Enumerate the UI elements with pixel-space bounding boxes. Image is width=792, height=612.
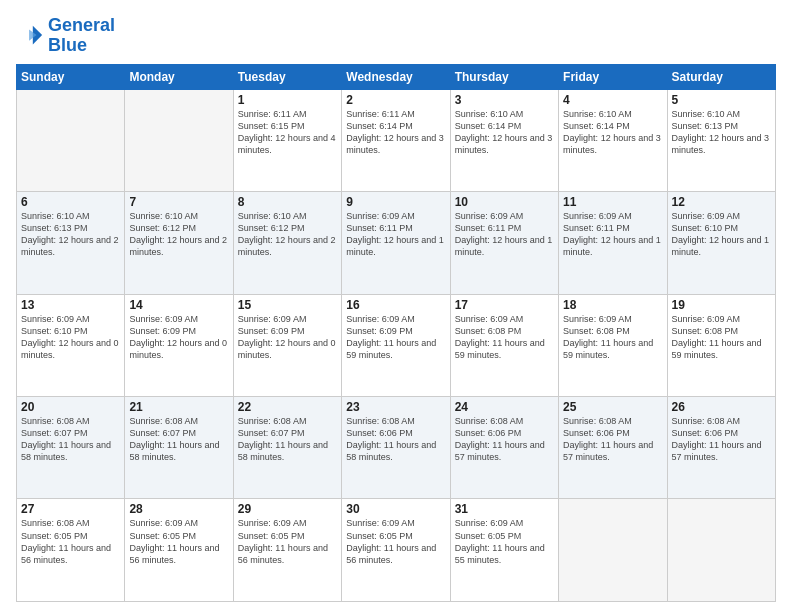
day-info: Sunrise: 6:08 AM Sunset: 6:07 PM Dayligh… xyxy=(238,415,337,464)
calendar-cell: 15Sunrise: 6:09 AM Sunset: 6:09 PM Dayli… xyxy=(233,294,341,396)
weekday-header-sunday: Sunday xyxy=(17,64,125,89)
day-info: Sunrise: 6:09 AM Sunset: 6:05 PM Dayligh… xyxy=(455,517,554,566)
day-number: 15 xyxy=(238,298,337,312)
day-number: 14 xyxy=(129,298,228,312)
weekday-header-friday: Friday xyxy=(559,64,667,89)
calendar-cell: 22Sunrise: 6:08 AM Sunset: 6:07 PM Dayli… xyxy=(233,397,341,499)
day-number: 16 xyxy=(346,298,445,312)
day-number: 18 xyxy=(563,298,662,312)
day-number: 30 xyxy=(346,502,445,516)
day-info: Sunrise: 6:09 AM Sunset: 6:08 PM Dayligh… xyxy=(672,313,771,362)
day-info: Sunrise: 6:09 AM Sunset: 6:05 PM Dayligh… xyxy=(129,517,228,566)
calendar-cell: 5Sunrise: 6:10 AM Sunset: 6:13 PM Daylig… xyxy=(667,89,775,191)
day-number: 28 xyxy=(129,502,228,516)
day-info: Sunrise: 6:10 AM Sunset: 6:12 PM Dayligh… xyxy=(129,210,228,259)
day-info: Sunrise: 6:08 AM Sunset: 6:07 PM Dayligh… xyxy=(129,415,228,464)
day-number: 22 xyxy=(238,400,337,414)
calendar-cell: 28Sunrise: 6:09 AM Sunset: 6:05 PM Dayli… xyxy=(125,499,233,602)
calendar-cell: 20Sunrise: 6:08 AM Sunset: 6:07 PM Dayli… xyxy=(17,397,125,499)
calendar-cell xyxy=(125,89,233,191)
weekday-header-wednesday: Wednesday xyxy=(342,64,450,89)
calendar-week-row: 6Sunrise: 6:10 AM Sunset: 6:13 PM Daylig… xyxy=(17,192,776,294)
day-info: Sunrise: 6:09 AM Sunset: 6:11 PM Dayligh… xyxy=(563,210,662,259)
calendar-cell: 13Sunrise: 6:09 AM Sunset: 6:10 PM Dayli… xyxy=(17,294,125,396)
calendar-cell: 29Sunrise: 6:09 AM Sunset: 6:05 PM Dayli… xyxy=(233,499,341,602)
calendar-cell xyxy=(559,499,667,602)
day-info: Sunrise: 6:10 AM Sunset: 6:14 PM Dayligh… xyxy=(563,108,662,157)
day-info: Sunrise: 6:08 AM Sunset: 6:06 PM Dayligh… xyxy=(672,415,771,464)
day-number: 7 xyxy=(129,195,228,209)
day-info: Sunrise: 6:09 AM Sunset: 6:09 PM Dayligh… xyxy=(238,313,337,362)
day-number: 26 xyxy=(672,400,771,414)
day-info: Sunrise: 6:09 AM Sunset: 6:10 PM Dayligh… xyxy=(21,313,120,362)
day-number: 23 xyxy=(346,400,445,414)
day-info: Sunrise: 6:09 AM Sunset: 6:11 PM Dayligh… xyxy=(455,210,554,259)
day-info: Sunrise: 6:08 AM Sunset: 6:06 PM Dayligh… xyxy=(455,415,554,464)
calendar-cell: 18Sunrise: 6:09 AM Sunset: 6:08 PM Dayli… xyxy=(559,294,667,396)
day-info: Sunrise: 6:08 AM Sunset: 6:06 PM Dayligh… xyxy=(346,415,445,464)
day-info: Sunrise: 6:09 AM Sunset: 6:08 PM Dayligh… xyxy=(563,313,662,362)
calendar-week-row: 1Sunrise: 6:11 AM Sunset: 6:15 PM Daylig… xyxy=(17,89,776,191)
calendar-cell: 10Sunrise: 6:09 AM Sunset: 6:11 PM Dayli… xyxy=(450,192,558,294)
day-number: 21 xyxy=(129,400,228,414)
day-number: 29 xyxy=(238,502,337,516)
weekday-header-thursday: Thursday xyxy=(450,64,558,89)
calendar-week-row: 13Sunrise: 6:09 AM Sunset: 6:10 PM Dayli… xyxy=(17,294,776,396)
weekday-header-tuesday: Tuesday xyxy=(233,64,341,89)
day-info: Sunrise: 6:09 AM Sunset: 6:08 PM Dayligh… xyxy=(455,313,554,362)
day-number: 17 xyxy=(455,298,554,312)
logo-icon xyxy=(16,22,44,50)
day-number: 9 xyxy=(346,195,445,209)
calendar-cell: 3Sunrise: 6:10 AM Sunset: 6:14 PM Daylig… xyxy=(450,89,558,191)
calendar-week-row: 27Sunrise: 6:08 AM Sunset: 6:05 PM Dayli… xyxy=(17,499,776,602)
calendar-cell: 2Sunrise: 6:11 AM Sunset: 6:14 PM Daylig… xyxy=(342,89,450,191)
day-info: Sunrise: 6:08 AM Sunset: 6:06 PM Dayligh… xyxy=(563,415,662,464)
day-number: 12 xyxy=(672,195,771,209)
day-info: Sunrise: 6:10 AM Sunset: 6:13 PM Dayligh… xyxy=(672,108,771,157)
day-info: Sunrise: 6:09 AM Sunset: 6:11 PM Dayligh… xyxy=(346,210,445,259)
calendar-cell: 9Sunrise: 6:09 AM Sunset: 6:11 PM Daylig… xyxy=(342,192,450,294)
day-info: Sunrise: 6:08 AM Sunset: 6:05 PM Dayligh… xyxy=(21,517,120,566)
day-number: 27 xyxy=(21,502,120,516)
calendar-cell xyxy=(17,89,125,191)
calendar-cell: 17Sunrise: 6:09 AM Sunset: 6:08 PM Dayli… xyxy=(450,294,558,396)
logo: General Blue xyxy=(16,16,115,56)
weekday-header-saturday: Saturday xyxy=(667,64,775,89)
day-info: Sunrise: 6:08 AM Sunset: 6:07 PM Dayligh… xyxy=(21,415,120,464)
day-info: Sunrise: 6:10 AM Sunset: 6:14 PM Dayligh… xyxy=(455,108,554,157)
day-info: Sunrise: 6:09 AM Sunset: 6:09 PM Dayligh… xyxy=(346,313,445,362)
day-number: 5 xyxy=(672,93,771,107)
calendar-cell: 4Sunrise: 6:10 AM Sunset: 6:14 PM Daylig… xyxy=(559,89,667,191)
calendar-cell: 24Sunrise: 6:08 AM Sunset: 6:06 PM Dayli… xyxy=(450,397,558,499)
calendar-cell: 27Sunrise: 6:08 AM Sunset: 6:05 PM Dayli… xyxy=(17,499,125,602)
calendar-table: SundayMondayTuesdayWednesdayThursdayFrid… xyxy=(16,64,776,602)
calendar-cell: 23Sunrise: 6:08 AM Sunset: 6:06 PM Dayli… xyxy=(342,397,450,499)
day-number: 11 xyxy=(563,195,662,209)
day-number: 8 xyxy=(238,195,337,209)
calendar-cell: 6Sunrise: 6:10 AM Sunset: 6:13 PM Daylig… xyxy=(17,192,125,294)
calendar-cell: 31Sunrise: 6:09 AM Sunset: 6:05 PM Dayli… xyxy=(450,499,558,602)
day-number: 19 xyxy=(672,298,771,312)
calendar-cell xyxy=(667,499,775,602)
day-number: 20 xyxy=(21,400,120,414)
calendar-cell: 25Sunrise: 6:08 AM Sunset: 6:06 PM Dayli… xyxy=(559,397,667,499)
day-info: Sunrise: 6:09 AM Sunset: 6:05 PM Dayligh… xyxy=(238,517,337,566)
logo-text: General Blue xyxy=(48,16,115,56)
calendar-cell: 11Sunrise: 6:09 AM Sunset: 6:11 PM Dayli… xyxy=(559,192,667,294)
calendar-cell: 7Sunrise: 6:10 AM Sunset: 6:12 PM Daylig… xyxy=(125,192,233,294)
day-number: 24 xyxy=(455,400,554,414)
day-number: 10 xyxy=(455,195,554,209)
day-number: 13 xyxy=(21,298,120,312)
day-number: 6 xyxy=(21,195,120,209)
calendar-cell: 14Sunrise: 6:09 AM Sunset: 6:09 PM Dayli… xyxy=(125,294,233,396)
day-number: 25 xyxy=(563,400,662,414)
day-info: Sunrise: 6:09 AM Sunset: 6:05 PM Dayligh… xyxy=(346,517,445,566)
calendar-cell: 16Sunrise: 6:09 AM Sunset: 6:09 PM Dayli… xyxy=(342,294,450,396)
day-number: 4 xyxy=(563,93,662,107)
calendar-cell: 26Sunrise: 6:08 AM Sunset: 6:06 PM Dayli… xyxy=(667,397,775,499)
day-number: 1 xyxy=(238,93,337,107)
day-info: Sunrise: 6:09 AM Sunset: 6:09 PM Dayligh… xyxy=(129,313,228,362)
day-info: Sunrise: 6:09 AM Sunset: 6:10 PM Dayligh… xyxy=(672,210,771,259)
day-info: Sunrise: 6:10 AM Sunset: 6:13 PM Dayligh… xyxy=(21,210,120,259)
page-header: General Blue xyxy=(16,16,776,56)
